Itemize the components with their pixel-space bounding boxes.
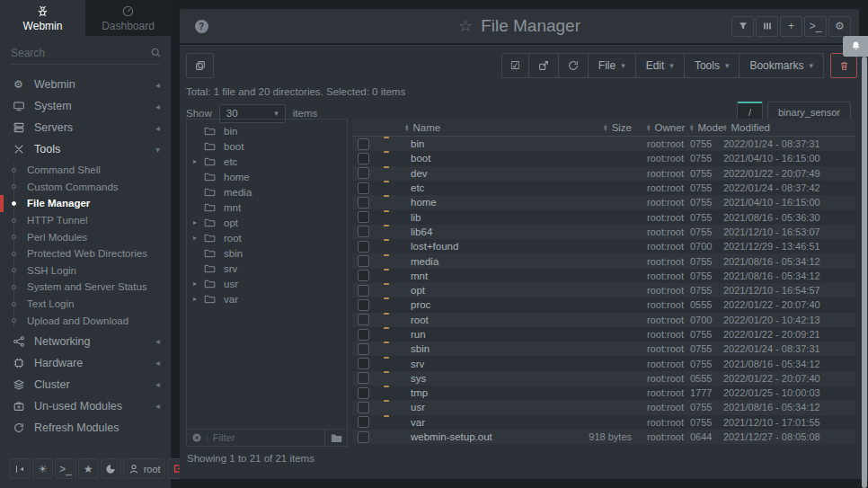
table-row-etc[interactable]: etcroot:root07552022/01/24 - 08:37:42 xyxy=(352,181,855,195)
row-checkbox[interactable] xyxy=(358,211,369,223)
row-checkbox[interactable] xyxy=(358,416,369,428)
tab-dashboard[interactable]: Dashboard xyxy=(85,0,171,36)
sidebar-item-perl-modules[interactable]: Perl Modules xyxy=(0,228,171,245)
row-checkbox[interactable] xyxy=(358,299,369,311)
table-row-root[interactable]: rootroot:root07002022/01/20 - 10:42:13 xyxy=(352,313,855,327)
sidebar-item-tools[interactable]: Tools▾ xyxy=(0,138,171,160)
sidebar-item-command-shell[interactable]: Command Shell xyxy=(0,162,171,179)
table-row-lost-found[interactable]: lost+foundroot:root07002021/12/29 - 13:4… xyxy=(352,239,855,253)
filter-button[interactable] xyxy=(731,16,754,37)
filter-placeholder[interactable]: Filter xyxy=(213,432,235,443)
table-row-media[interactable]: mediaroot:root07552021/08/16 - 05:34:12 xyxy=(352,253,855,268)
tree-item-sbin[interactable]: sbin xyxy=(187,245,347,261)
tree-item-opt[interactable]: ▸opt xyxy=(187,215,347,230)
help-button[interactable]: ? xyxy=(188,14,215,38)
table-row-webmin-setup-out[interactable]: webmin-setup.out918 bytesroot:root064420… xyxy=(352,430,855,444)
table-row-home[interactable]: homeroot:root07552021/04/10 - 16:15:00 xyxy=(352,195,855,209)
tree-folder-button[interactable] xyxy=(324,430,347,446)
table-row-tmp[interactable]: tmproot:root17772022/01/25 - 10:00:03 xyxy=(352,386,855,400)
row-checkbox[interactable] xyxy=(358,197,369,209)
table-row-run[interactable]: runroot:root07552022/01/22 - 20:09:21 xyxy=(352,327,855,342)
menu-file[interactable]: File▾ xyxy=(589,53,636,78)
row-checkbox[interactable] xyxy=(358,387,369,399)
sidebar-item-ssh-login[interactable]: SSH Login xyxy=(0,262,171,279)
table-row-bin[interactable]: binroot:root07552022/01/24 - 08:37:31 xyxy=(352,137,855,151)
tree-item-var[interactable]: ▸var xyxy=(187,291,347,306)
tree-item-bin[interactable]: bin xyxy=(187,123,347,138)
columns-button[interactable] xyxy=(756,16,778,37)
refresh-button[interactable] xyxy=(559,53,589,78)
gear-button[interactable]: ⚙ xyxy=(828,16,851,37)
row-checkbox[interactable] xyxy=(358,167,369,179)
sidebar-item-hardware[interactable]: Hardware◂ xyxy=(0,352,171,374)
tree-item-usr[interactable]: ▸usr xyxy=(187,276,347,291)
table-row-var[interactable]: varroot:root07552021/12/10 - 17:01:55 xyxy=(352,415,855,430)
page-scrollbar[interactable] xyxy=(862,57,867,488)
sidebar-item-servers[interactable]: Servers◂ xyxy=(0,117,171,138)
row-checkbox[interactable] xyxy=(358,358,369,369)
menu-edit[interactable]: Edit▾ xyxy=(636,53,685,78)
tree-item-mnt[interactable]: mnt xyxy=(187,200,347,215)
tree-item-home[interactable]: home xyxy=(187,169,347,184)
row-checkbox[interactable] xyxy=(358,138,369,150)
row-checkbox[interactable] xyxy=(358,314,369,325)
row-checkbox[interactable] xyxy=(358,372,369,384)
row-checkbox[interactable] xyxy=(358,241,369,253)
tab-webmin[interactable]: Webmin xyxy=(0,0,85,36)
column-header-mode[interactable]: ▴▾Mode xyxy=(690,122,723,133)
table-row-sys[interactable]: sysroot:root05552022/01/22 - 20:07:40 xyxy=(352,371,855,386)
column-header-owner[interactable]: ▴▾Owner xyxy=(638,122,690,133)
sidebar-item-webmin[interactable]: ⚙Webmin◂ xyxy=(0,74,171,95)
row-checkbox[interactable] xyxy=(358,431,369,443)
sidebar-item-cluster[interactable]: Cluster◂ xyxy=(0,374,171,395)
table-row-lib[interactable]: libroot:root07552021/08/16 - 05:36:30 xyxy=(352,209,855,224)
sidebar-item-refresh-modules[interactable]: Refresh Modules xyxy=(0,417,171,439)
clear-filter-icon[interactable] xyxy=(191,432,202,443)
table-row-lib64[interactable]: lib64root:root07552021/12/10 - 16:53:07 xyxy=(352,225,855,239)
row-checkbox[interactable] xyxy=(358,329,369,341)
table-row-srv[interactable]: srvroot:root07552021/08/16 - 05:34:12 xyxy=(352,356,855,370)
menu-tools[interactable]: Tools▾ xyxy=(685,53,740,78)
sidebar-item-networking[interactable]: Networking◂ xyxy=(0,331,171,352)
user-button[interactable]: root xyxy=(123,458,165,479)
terminal-button[interactable]: >_ xyxy=(804,16,827,37)
select-all-button[interactable]: ☑ xyxy=(501,53,529,78)
column-header-modified[interactable]: ▴▾Modified xyxy=(723,122,855,133)
table-row-boot[interactable]: bootroot:root07552021/04/10 - 16:15:00 xyxy=(352,151,855,165)
tree-item-etc[interactable]: ▸etc xyxy=(187,154,347,169)
row-checkbox[interactable] xyxy=(358,270,369,281)
sidebar-item-text-login[interactable]: Text Login xyxy=(0,296,171,313)
sidebar-item-system[interactable]: System◂ xyxy=(0,95,171,117)
table-row-mnt[interactable]: mntroot:root07552021/08/16 - 05:34:12 xyxy=(352,269,855,283)
sidebar-item-protected-web-directories[interactable]: Protected Web Directories xyxy=(0,245,171,262)
tree-item-media[interactable]: media xyxy=(187,184,347,200)
column-header-name[interactable]: ▴▾Name xyxy=(405,122,584,133)
row-checkbox[interactable] xyxy=(358,343,369,355)
menu-bookmarks[interactable]: Bookmarks▾ xyxy=(740,53,824,78)
terminal-button[interactable]: >_ xyxy=(55,458,76,479)
notifications-bell-button[interactable] xyxy=(843,36,868,57)
row-checkbox[interactable] xyxy=(358,182,369,194)
star-button[interactable]: ★ xyxy=(78,458,99,479)
table-row-usr[interactable]: usrroot:root07552021/08/16 - 05:34:12 xyxy=(352,400,855,414)
tree-item-srv[interactable]: srv xyxy=(187,261,347,276)
row-checkbox[interactable] xyxy=(358,402,369,413)
table-row-dev[interactable]: devroot:root07552022/01/22 - 20:07:49 xyxy=(352,166,855,181)
search-input[interactable] xyxy=(11,47,150,59)
table-row-opt[interactable]: optroot:root07552021/12/10 - 16:54:57 xyxy=(352,283,855,297)
row-checkbox[interactable] xyxy=(358,285,369,297)
trash-button[interactable] xyxy=(830,53,857,78)
plus-button[interactable]: + xyxy=(780,16,802,37)
row-checkbox[interactable] xyxy=(358,226,369,237)
tree-item-boot[interactable]: boot xyxy=(187,138,347,154)
collapse-button[interactable] xyxy=(9,458,31,479)
sun-button[interactable]: ☀ xyxy=(32,458,53,479)
row-checkbox[interactable] xyxy=(358,153,369,164)
export-button[interactable] xyxy=(529,53,559,78)
sidebar-item-http-tunnel[interactable]: HTTP Tunnel xyxy=(0,212,171,229)
column-header-size[interactable]: ▴▾Size xyxy=(584,122,638,133)
sidebar-item-un-used-modules[interactable]: Un-used Modules◂ xyxy=(0,395,171,417)
table-row-sbin[interactable]: sbinroot:root07552022/01/24 - 08:37:31 xyxy=(352,342,855,356)
sidebar-item-custom-commands[interactable]: Custom Commands xyxy=(0,179,171,196)
sidebar-item-upload-and-download[interactable]: Upload and Download xyxy=(0,312,171,329)
